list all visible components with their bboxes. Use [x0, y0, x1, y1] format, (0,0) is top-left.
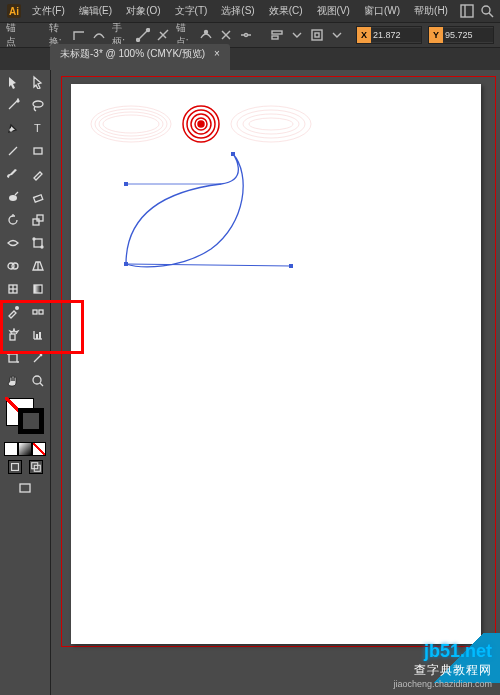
- svg-point-60: [103, 115, 159, 133]
- svg-line-52: [40, 383, 43, 386]
- svg-point-51: [33, 376, 41, 384]
- svg-point-25: [9, 195, 17, 201]
- chevron-down-icon[interactable]: [290, 26, 304, 44]
- svg-rect-73: [124, 182, 128, 186]
- svg-rect-43: [10, 334, 15, 340]
- svg-point-4: [482, 6, 490, 14]
- none-mode-icon[interactable]: [32, 442, 46, 456]
- chevron-down-icon[interactable]: [330, 26, 344, 44]
- svg-rect-28: [33, 219, 39, 225]
- svg-text:Ai: Ai: [9, 6, 19, 17]
- convert-corner-icon[interactable]: [72, 26, 86, 44]
- perspective-tool[interactable]: [25, 254, 50, 277]
- svg-rect-30: [34, 239, 42, 247]
- slice-tool[interactable]: [25, 346, 50, 369]
- menu-file[interactable]: 文件(F): [26, 2, 71, 20]
- menu-help[interactable]: 帮助(H): [408, 2, 454, 20]
- scale-tool[interactable]: [25, 208, 50, 231]
- y-coordinate-field[interactable]: Y: [428, 26, 494, 44]
- pencil-tool[interactable]: [25, 162, 50, 185]
- transform-icon[interactable]: [310, 26, 324, 44]
- svg-point-32: [41, 246, 43, 248]
- handle-show-icon[interactable]: [136, 26, 150, 44]
- svg-line-70: [126, 264, 291, 266]
- svg-rect-75: [289, 264, 293, 268]
- width-tool[interactable]: [0, 231, 25, 254]
- blend-tool[interactable]: [25, 300, 50, 323]
- close-tab-icon[interactable]: ×: [214, 48, 220, 59]
- svg-point-69: [198, 121, 204, 127]
- gradient-mode-icon[interactable]: [18, 442, 32, 456]
- canvas-area[interactable]: jb51.net 查字典教程网 jiaocheng.chazidian.com: [51, 70, 500, 695]
- direct-selection-tool[interactable]: [25, 70, 50, 93]
- handle-hide-icon[interactable]: [156, 26, 170, 44]
- draw-behind-icon[interactable]: [29, 460, 43, 474]
- y-input[interactable]: [443, 28, 493, 42]
- menu-effect[interactable]: 效果(C): [263, 2, 309, 20]
- eyedropper-tool[interactable]: [0, 300, 25, 323]
- magic-wand-tool[interactable]: [0, 93, 25, 116]
- lasso-tool[interactable]: [25, 93, 50, 116]
- mesh-tool[interactable]: [0, 277, 25, 300]
- artboard-tool[interactable]: [0, 346, 25, 369]
- x-input[interactable]: [371, 28, 421, 42]
- watermark: jb51.net 查字典教程网 jiaocheng.chazidian.com: [393, 641, 492, 689]
- svg-rect-56: [20, 484, 30, 492]
- rectangle-tool[interactable]: [25, 139, 50, 162]
- artboard[interactable]: [71, 84, 481, 644]
- svg-line-19: [9, 101, 17, 109]
- document-tab[interactable]: 未标题-3* @ 100% (CMYK/预览) ×: [50, 44, 230, 70]
- artwork: [71, 84, 481, 644]
- align-icon[interactable]: [270, 26, 284, 44]
- svg-rect-27: [33, 194, 42, 201]
- graph-tool[interactable]: [25, 323, 50, 346]
- line-tool[interactable]: [0, 139, 25, 162]
- anchor-remove-icon[interactable]: [199, 26, 213, 44]
- screen-mode-row: [4, 460, 46, 474]
- color-well[interactable]: [4, 396, 46, 436]
- menu-edit[interactable]: 编辑(E): [73, 2, 118, 20]
- layout-icon[interactable]: [458, 2, 476, 20]
- blob-brush-tool[interactable]: [0, 185, 25, 208]
- svg-point-8: [146, 29, 149, 32]
- convert-smooth-icon[interactable]: [92, 26, 106, 44]
- svg-rect-46: [36, 334, 38, 339]
- pen-tool[interactable]: [0, 116, 25, 139]
- symbol-sprayer-tool[interactable]: [0, 323, 25, 346]
- svg-point-64: [249, 118, 293, 130]
- type-tool[interactable]: T: [25, 116, 50, 139]
- rotate-tool[interactable]: [0, 208, 25, 231]
- color-mode-icon[interactable]: [4, 442, 18, 456]
- x-coordinate-field[interactable]: X: [356, 26, 422, 44]
- svg-rect-74: [231, 152, 235, 156]
- menu-select[interactable]: 选择(S): [215, 2, 260, 20]
- svg-point-63: [243, 114, 299, 134]
- hand-tool[interactable]: [0, 369, 25, 392]
- shape-builder-tool[interactable]: [0, 254, 25, 277]
- draw-normal-icon[interactable]: [8, 460, 22, 474]
- selection-tool[interactable]: [0, 70, 25, 93]
- free-transform-tool[interactable]: [25, 231, 50, 254]
- svg-rect-15: [272, 31, 282, 34]
- menu-object[interactable]: 对象(O): [120, 2, 166, 20]
- menu-bar: Ai 文件(F) 编辑(E) 对象(O) 文字(T) 选择(S) 效果(C) 视…: [0, 0, 500, 22]
- svg-line-5: [489, 13, 493, 17]
- zoom-tool[interactable]: [25, 369, 50, 392]
- svg-point-34: [12, 263, 18, 269]
- menu-view[interactable]: 视图(V): [311, 2, 356, 20]
- gradient-tool[interactable]: [25, 277, 50, 300]
- menu-type[interactable]: 文字(T): [169, 2, 214, 20]
- paintbrush-tool[interactable]: [0, 162, 25, 185]
- svg-rect-29: [37, 215, 43, 221]
- stroke-swatch[interactable]: [18, 408, 44, 434]
- screen-mode-tool[interactable]: [0, 476, 50, 500]
- anchor-join-icon[interactable]: [239, 26, 253, 44]
- anchor-cut-icon[interactable]: [219, 26, 233, 44]
- menu-window[interactable]: 窗口(W): [358, 2, 406, 20]
- y-tag: Y: [429, 27, 443, 43]
- svg-point-7: [136, 39, 139, 42]
- svg-rect-72: [124, 262, 128, 266]
- eraser-tool[interactable]: [25, 185, 50, 208]
- search-icon[interactable]: [478, 2, 496, 20]
- svg-rect-24: [34, 148, 42, 154]
